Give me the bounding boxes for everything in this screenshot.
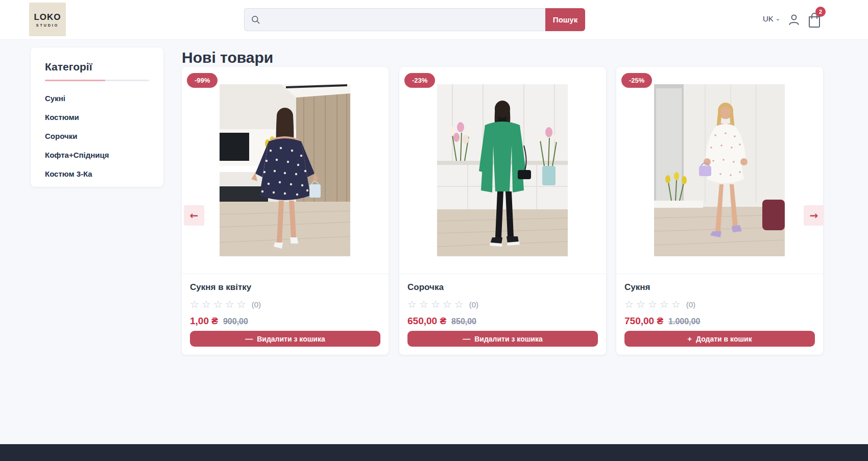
search-button[interactable]: Пошук [545, 8, 585, 31]
old-price: 1.000,00 [668, 317, 700, 326]
plus-icon: + [687, 334, 692, 343]
price-row: 650,00 ₴ 850,00 [407, 316, 598, 327]
current-price: 750,00 ₴ [624, 316, 663, 327]
star-icon: ☆ [636, 299, 645, 309]
old-price: 900,00 [223, 317, 248, 326]
add-to-cart-button[interactable]: + Додати в кошик [624, 331, 815, 347]
sidebar-item-kostyum-3ka[interactable]: Костюм 3-Ка [45, 170, 149, 178]
arrow-right-icon: → [810, 209, 818, 222]
star-icon: ☆ [624, 299, 634, 309]
rating: ☆☆☆☆☆ (0) [190, 299, 380, 309]
discount-badge: -23% [404, 73, 435, 88]
footer [0, 444, 868, 461]
account-button[interactable] [787, 13, 801, 27]
logo[interactable]: LOKO STUDIO [29, 3, 66, 36]
minus-icon: — [245, 334, 253, 343]
rating-count: (0) [252, 300, 261, 309]
search-input-wrap [244, 8, 545, 31]
product-info: Сукня в квітку ☆☆☆☆☆ (0) 1,00 ₴ 900,00 —… [182, 274, 389, 355]
star-icon: ☆ [202, 299, 211, 309]
carousel-next-button[interactable]: → [804, 205, 824, 226]
product-card[interactable]: -99% [182, 67, 389, 355]
category-list: Сукні Костюми Сорочки Кофта+Спідниця Кос… [45, 94, 149, 178]
rating-count: (0) [686, 300, 695, 309]
button-label: Видалити з кошика [257, 335, 325, 343]
star-icon: ☆ [671, 299, 681, 309]
product-info: Сорочка ☆☆☆☆☆ (0) 650,00 ₴ 850,00 — Вида… [399, 274, 606, 355]
chevron-down-icon: ⌄ [776, 15, 780, 22]
price-row: 750,00 ₴ 1.000,00 [624, 316, 815, 327]
categories-panel: Категорії Сукні Костюми Сорочки Кофта+Сп… [31, 47, 163, 187]
star-icon: ☆ [443, 299, 452, 309]
star-icon: ☆ [648, 299, 657, 309]
price-row: 1,00 ₴ 900,00 [190, 316, 380, 327]
discount-badge: -99% [187, 73, 218, 88]
carousel-prev-button[interactable]: ← [184, 205, 204, 226]
product-card[interactable]: -23% [399, 67, 606, 355]
search-bar: Пошук [244, 8, 585, 31]
categories-title: Категорії [45, 61, 149, 73]
language-selector[interactable]: UK ⌄ [763, 14, 780, 23]
old-price: 850,00 [451, 317, 476, 326]
star-icon: ☆ [225, 299, 234, 309]
header: LOKO STUDIO Пошук UK ⌄ 2 [0, 0, 868, 40]
logo-subtext: STUDIO [36, 23, 59, 27]
minus-icon: — [463, 334, 470, 343]
sidebar-item-kostyumy[interactable]: Костюми [45, 113, 149, 122]
button-label: Додати в кошик [696, 335, 752, 343]
user-icon [787, 13, 801, 27]
rating: ☆☆☆☆☆ (0) [624, 299, 815, 309]
product-image[interactable] [220, 84, 350, 256]
product-name[interactable]: Сукня в квітку [190, 282, 380, 293]
product-image[interactable] [654, 84, 785, 256]
product-name[interactable]: Сукня [624, 282, 815, 293]
star-icon: ☆ [190, 299, 199, 309]
product-card[interactable]: -25% [616, 67, 823, 355]
star-icon: ☆ [407, 299, 417, 309]
language-label: UK [763, 14, 774, 23]
star-icon: ☆ [454, 299, 464, 309]
search-input[interactable] [261, 9, 545, 31]
star-icon: ☆ [237, 299, 246, 309]
product-name[interactable]: Сорочка [407, 282, 598, 293]
star-icon: ☆ [213, 299, 223, 309]
sidebar-item-kofta-spidnytsia[interactable]: Кофта+Спідниця [45, 151, 149, 159]
star-icon: ☆ [431, 299, 440, 309]
star-icon: ☆ [660, 299, 669, 309]
sidebar-item-sorochky[interactable]: Сорочки [45, 132, 149, 140]
remove-from-cart-button[interactable]: — Видалити з кошика [190, 331, 380, 347]
discount-badge: -25% [621, 73, 652, 88]
remove-from-cart-button[interactable]: — Видалити з кошика [407, 331, 598, 347]
button-label: Видалити з кошика [474, 335, 543, 343]
product-image[interactable] [437, 84, 568, 256]
sidebar-item-sukni[interactable]: Сукні [45, 94, 149, 103]
rating: ☆☆☆☆☆ (0) [407, 299, 598, 309]
current-price: 650,00 ₴ [407, 316, 446, 327]
arrow-left-icon: ← [190, 209, 199, 222]
product-info: Сукня ☆☆☆☆☆ (0) 750,00 ₴ 1.000,00 + Дода… [616, 274, 823, 355]
search-icon [251, 15, 261, 25]
star-icon: ☆ [419, 299, 428, 309]
current-price: 1,00 ₴ [190, 316, 218, 327]
rating-count: (0) [469, 300, 478, 309]
cart-count-badge: 2 [815, 7, 826, 17]
logo-text: LOKO [34, 12, 61, 22]
categories-underline [45, 80, 149, 81]
page-title: Нові товари [182, 49, 273, 66]
